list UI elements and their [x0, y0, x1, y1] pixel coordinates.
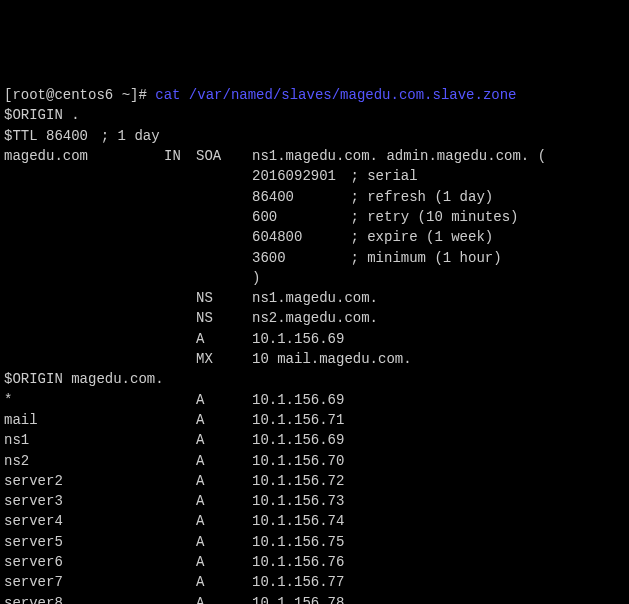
prompt-line-1[interactable]: [root@centos6 ~]# cat /var/named/slaves/…: [4, 85, 625, 105]
record-name: server5: [4, 532, 164, 552]
apex-record: MX10 mail.magedu.com.: [4, 349, 625, 369]
zone-record: server8A10.1.156.78: [4, 593, 625, 604]
record-name: server7: [4, 572, 164, 592]
soa-close-paren: ): [252, 270, 260, 286]
soa-minimum: 3600 ; minimum (1 hour): [4, 248, 625, 268]
soa-retry-comment: ; retry (10 minutes): [350, 209, 518, 225]
record-type: MX: [196, 349, 252, 369]
record-value: 10.1.156.71: [252, 412, 344, 428]
record-name: server3: [4, 491, 164, 511]
soa-close: ): [4, 268, 625, 288]
soa-expire-comment: ; expire (1 week): [350, 229, 493, 245]
record-value: 10.1.156.78: [252, 595, 344, 604]
soa-expire-val: 604800: [252, 227, 342, 247]
soa-open-paren: (: [538, 148, 546, 164]
record-name: server2: [4, 471, 164, 491]
record-type: A: [196, 491, 252, 511]
record-value: 10 mail.magedu.com.: [252, 351, 412, 367]
slave-file-path: cat /var/named/slaves/magedu.com.slave.z…: [155, 87, 516, 103]
zone-record: server2A10.1.156.72: [4, 471, 625, 491]
zone-record: mailA10.1.156.71: [4, 410, 625, 430]
ttl-comment: ; 1 day: [101, 128, 160, 144]
record-type: A: [196, 329, 252, 349]
record-type: A: [196, 572, 252, 592]
tilde: ~: [113, 87, 130, 103]
record-value: 10.1.156.77: [252, 574, 344, 590]
zone-record: server4A10.1.156.74: [4, 511, 625, 531]
apex-record: NSns1.magedu.com.: [4, 288, 625, 308]
record-value: ns1.magedu.com.: [252, 290, 378, 306]
soa-minimum-val: 3600: [252, 248, 342, 268]
record-name: ns2: [4, 451, 164, 471]
ttl-line: $TTL 86400 ; 1 day: [4, 126, 625, 146]
record-name: server4: [4, 511, 164, 531]
soa-refresh-val: 86400: [252, 187, 342, 207]
soa-refresh-comment: ; refresh (1 day): [350, 189, 493, 205]
soa-expire: 604800 ; expire (1 week): [4, 227, 625, 247]
record-type: A: [196, 430, 252, 450]
record-name: server6: [4, 552, 164, 572]
soa-serial-val: 2016092901: [252, 166, 342, 186]
zone-record: *A10.1.156.69: [4, 390, 625, 410]
user-host: root@centos6: [12, 87, 113, 103]
record-value: 10.1.156.69: [252, 392, 344, 408]
terminal-output: [root@centos6 ~]# cat /var/named/slaves/…: [4, 85, 625, 604]
record-type: A: [196, 410, 252, 430]
soa-type: SOA: [196, 146, 252, 166]
record-name: mail: [4, 410, 164, 430]
record-value: 10.1.156.72: [252, 473, 344, 489]
record-value: 10.1.156.75: [252, 534, 344, 550]
record-name: *: [4, 390, 164, 410]
record-name: server8: [4, 593, 164, 604]
soa-refresh: 86400 ; refresh (1 day): [4, 187, 625, 207]
zone-record: server3A10.1.156.73: [4, 491, 625, 511]
record-value: 10.1.156.70: [252, 453, 344, 469]
zone-record: ns2A10.1.156.70: [4, 451, 625, 471]
record-type: A: [196, 451, 252, 471]
soa-name: magedu.com: [4, 146, 164, 166]
record-value: 10.1.156.69: [252, 432, 344, 448]
record-type: A: [196, 471, 252, 491]
zone-record: server5A10.1.156.75: [4, 532, 625, 552]
record-type: A: [196, 390, 252, 410]
record-value: 10.1.156.73: [252, 493, 344, 509]
origin-root: $ORIGIN .: [4, 105, 625, 125]
soa-retry: 600 ; retry (10 minutes): [4, 207, 625, 227]
record-value: ns2.magedu.com.: [252, 310, 378, 326]
ttl-value: $TTL 86400: [4, 126, 84, 146]
bracket-close: ]#: [130, 87, 147, 103]
zone-record: server7A10.1.156.77: [4, 572, 625, 592]
soa-serial-comment: ; serial: [350, 168, 417, 184]
zone-record: ns1A10.1.156.69: [4, 430, 625, 450]
soa-rname: admin.magedu.com.: [386, 148, 529, 164]
record-type: NS: [196, 308, 252, 328]
zone-record: server6A10.1.156.76: [4, 552, 625, 572]
soa-class: IN: [164, 146, 196, 166]
apex-record: NSns2.magedu.com.: [4, 308, 625, 328]
record-type: A: [196, 552, 252, 572]
record-type: A: [196, 511, 252, 531]
soa-mname: ns1.magedu.com.: [252, 148, 378, 164]
record-value: 10.1.156.76: [252, 554, 344, 570]
record-name: ns1: [4, 430, 164, 450]
soa-line: magedu.comINSOAns1.magedu.com. admin.mag…: [4, 146, 625, 166]
origin-zone: $ORIGIN magedu.com.: [4, 369, 625, 389]
record-type: A: [196, 532, 252, 552]
record-value: 10.1.156.74: [252, 513, 344, 529]
apex-record: A10.1.156.69: [4, 329, 625, 349]
record-value: 10.1.156.69: [252, 331, 344, 347]
soa-serial: 2016092901 ; serial: [4, 166, 625, 186]
soa-retry-val: 600: [252, 207, 342, 227]
record-type: NS: [196, 288, 252, 308]
record-type: A: [196, 593, 252, 604]
soa-minimum-comment: ; minimum (1 hour): [350, 250, 501, 266]
